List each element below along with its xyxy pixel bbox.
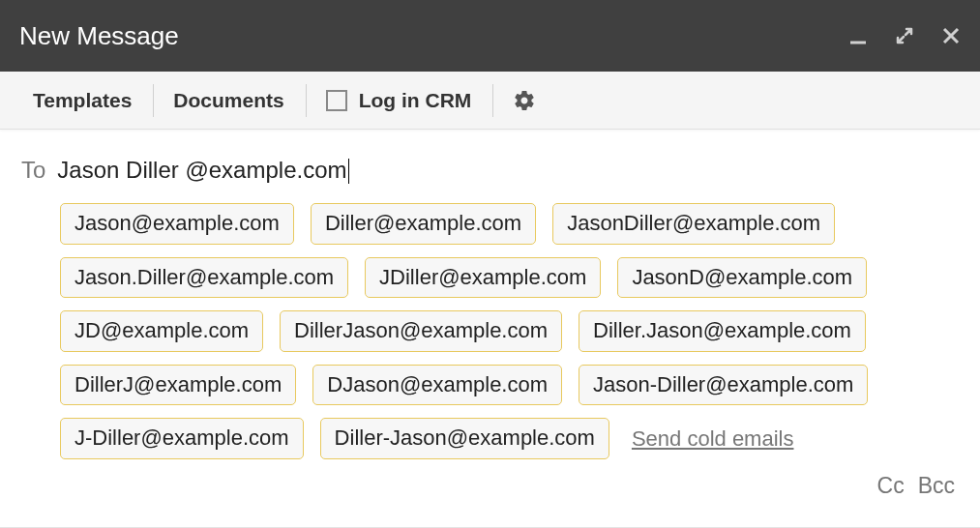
- email-suggestion-chip[interactable]: DillerJ@example.com: [60, 365, 296, 406]
- expand-icon[interactable]: [895, 26, 914, 45]
- email-suggestion-chip[interactable]: Jason-Diller@example.com: [579, 365, 868, 406]
- email-suggestion-chip[interactable]: Diller.Jason@example.com: [579, 310, 866, 352]
- cc-link[interactable]: Cc: [877, 473, 905, 499]
- email-suggestion-chip[interactable]: J-Diller@example.com: [60, 418, 304, 459]
- gear-icon: [513, 89, 536, 112]
- email-suggestion-chip[interactable]: Diller-Jason@example.com: [320, 418, 609, 459]
- settings-button[interactable]: [497, 85, 551, 116]
- toolbar: Templates Documents Log in CRM: [0, 72, 980, 130]
- email-suggestion-chip[interactable]: JasonDiller@example.com: [552, 203, 835, 245]
- to-field-row: To Jason Diller @example.com: [21, 157, 959, 184]
- log-in-crm-checkbox[interactable]: [326, 90, 347, 111]
- email-suggestion-chip[interactable]: DJason@example.com: [312, 365, 562, 406]
- bcc-link[interactable]: Bcc: [918, 473, 955, 499]
- compose-body: To Jason Diller @example.com Jason@examp…: [0, 130, 980, 528]
- minimize-icon[interactable]: [848, 26, 868, 45]
- documents-button[interactable]: Documents: [158, 85, 301, 116]
- email-suggestion-chip[interactable]: JD@example.com: [60, 310, 263, 352]
- email-suggestion-chip[interactable]: DillerJason@example.com: [280, 310, 562, 352]
- email-suggestion-chip[interactable]: JDiller@example.com: [365, 257, 601, 299]
- cc-bcc-row: Cc Bcc: [21, 473, 959, 499]
- text-caret: [348, 159, 349, 184]
- close-icon[interactable]: [941, 26, 961, 45]
- email-suggestion-chip[interactable]: JasonD@example.com: [617, 257, 867, 299]
- email-suggestion-chip[interactable]: Jason@example.com: [60, 203, 294, 245]
- templates-button[interactable]: Templates: [17, 85, 149, 116]
- to-input-wrap: Jason Diller @example.com: [57, 157, 346, 184]
- toolbar-separator: [306, 84, 307, 117]
- log-in-crm-toggle[interactable]: Log in CRM: [311, 85, 490, 116]
- send-cold-emails-link[interactable]: Send cold emails: [632, 426, 794, 452]
- toolbar-separator: [153, 84, 154, 117]
- titlebar: New Message: [0, 0, 980, 72]
- window-controls: [848, 26, 961, 45]
- email-suggestion-chip[interactable]: Jason.Diller@example.com: [60, 257, 348, 299]
- email-suggestions: Jason@example.comDiller@example.comJason…: [60, 203, 959, 459]
- window-title: New Message: [19, 21, 179, 51]
- toolbar-separator: [492, 84, 493, 117]
- compose-window: New Message Templates Documents Log in C…: [0, 0, 980, 528]
- email-suggestion-chip[interactable]: Diller@example.com: [311, 203, 536, 245]
- log-in-crm-label: Log in CRM: [359, 89, 472, 112]
- to-input[interactable]: Jason Diller @example.com: [57, 157, 346, 183]
- to-label: To: [21, 157, 45, 184]
